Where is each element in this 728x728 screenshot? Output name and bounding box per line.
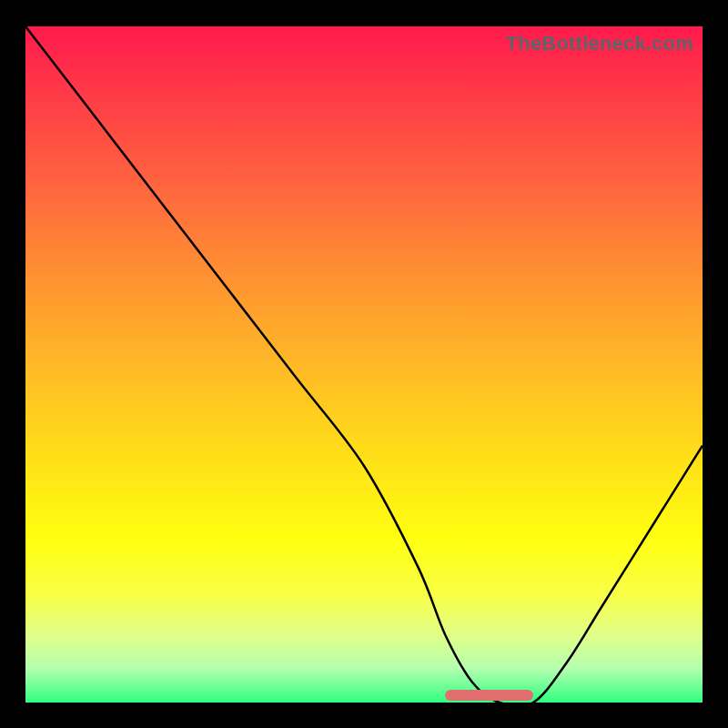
bottleneck-curve <box>25 26 703 703</box>
optimal-range-marker <box>445 690 533 701</box>
watermark-text: TheBottleneck.com <box>506 32 693 56</box>
chart-frame: TheBottleneck.com <box>0 0 728 728</box>
plot-area: TheBottleneck.com <box>25 26 703 703</box>
